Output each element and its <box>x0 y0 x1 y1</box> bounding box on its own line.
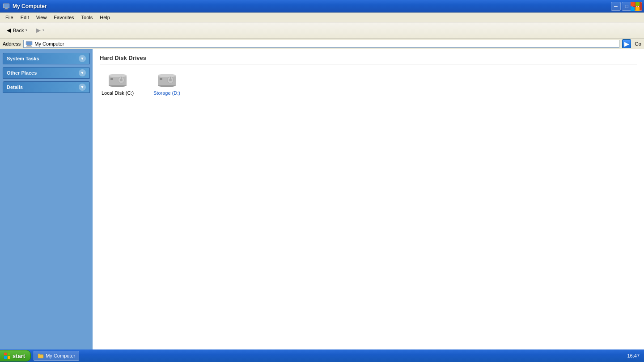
other-places-chevron[interactable]: ▼ <box>79 69 86 76</box>
back-label: Back <box>13 28 24 33</box>
svg-rect-16 <box>110 78 113 80</box>
svg-rect-34 <box>38 354 40 355</box>
minimize-button[interactable]: ─ <box>611 2 621 11</box>
svg-point-26 <box>169 79 172 81</box>
svg-rect-33 <box>38 354 43 358</box>
hard-disk-drives-title: Hard Disk Drives <box>100 55 637 64</box>
taskbar-mycomputer-label: My Computer <box>46 353 75 358</box>
addressbar: Address My Computer ▶ Go <box>0 38 644 49</box>
windows-start-icon <box>4 352 11 359</box>
details-header[interactable]: Details ▼ <box>3 81 90 93</box>
svg-rect-31 <box>8 356 10 359</box>
menu-view[interactable]: View <box>33 14 51 21</box>
go-button[interactable]: ▶ <box>622 39 631 48</box>
details-section: Details ▼ <box>3 81 90 93</box>
drive-d-icon <box>156 71 178 88</box>
titlebar: My Computer ─ □ ✕ <box>0 0 644 13</box>
svg-rect-1 <box>4 4 9 8</box>
svg-rect-9 <box>26 42 32 45</box>
main-area: System Tasks ▼ Other Places ▼ Details ▼ <box>0 49 644 349</box>
forward-button[interactable]: ▶ ▾ <box>33 25 47 35</box>
svg-rect-7 <box>636 7 640 11</box>
svg-rect-4 <box>631 2 635 6</box>
drive-d[interactable]: Storage (D:) <box>149 71 185 96</box>
drive-d-label: Storage (D:) <box>153 90 180 96</box>
other-places-section: Other Places ▼ <box>3 67 90 79</box>
address-value: My Computer <box>34 41 64 46</box>
menu-tools[interactable]: Tools <box>78 14 97 21</box>
system-tasks-header[interactable]: System Tasks ▼ <box>3 53 90 64</box>
taskbar-items: My Computer <box>34 351 623 361</box>
toolbar: ◀ Back ▾ ▶ ▾ <box>0 22 644 38</box>
svg-rect-5 <box>636 2 640 6</box>
svg-point-23 <box>158 74 176 77</box>
menu-favorites[interactable]: Favorites <box>50 14 77 21</box>
taskbar-clock: 16:47 <box>623 353 644 358</box>
menu-edit[interactable]: Edit <box>17 14 33 21</box>
forward-icon: ▶ <box>36 27 41 34</box>
back-icon: ◀ <box>7 27 11 34</box>
svg-rect-30 <box>4 356 7 359</box>
right-content: Hard Disk Drives <box>93 49 644 349</box>
system-tasks-chevron[interactable]: ▼ <box>79 55 86 62</box>
back-dropdown-arrow[interactable]: ▾ <box>25 28 27 32</box>
svg-rect-3 <box>4 9 8 9</box>
menu-help[interactable]: Help <box>96 14 114 21</box>
svg-point-15 <box>109 74 127 77</box>
drive-c-label: Local Disk (C:) <box>102 90 134 96</box>
left-panel: System Tasks ▼ Other Places ▼ Details ▼ <box>0 49 93 349</box>
titlebar-left: My Computer <box>3 3 47 10</box>
titlebar-title: My Computer <box>13 3 47 9</box>
back-button[interactable]: ◀ Back ▾ <box>3 25 31 35</box>
address-field[interactable]: My Computer <box>23 40 619 48</box>
drive-c[interactable]: Local Disk (C:) <box>100 71 136 96</box>
taskbar: start My Computer 16:47 <box>0 349 644 362</box>
svg-rect-10 <box>27 45 31 46</box>
menu-file[interactable]: File <box>2 14 17 21</box>
address-label: Address <box>3 41 21 46</box>
svg-rect-2 <box>5 8 8 9</box>
details-chevron[interactable]: ▼ <box>79 84 86 91</box>
drives-area: Local Disk (C:) Storage (D: <box>100 71 637 96</box>
system-tasks-section: System Tasks ▼ <box>3 53 90 64</box>
start-button[interactable]: start <box>0 350 31 362</box>
svg-rect-29 <box>8 353 10 355</box>
taskbar-mycomputer[interactable]: My Computer <box>34 351 79 361</box>
address-computer-icon <box>25 41 33 47</box>
taskbar-folder-icon <box>38 353 44 358</box>
details-label: Details <box>7 84 23 90</box>
drive-c-icon <box>107 71 128 88</box>
svg-rect-28 <box>4 353 7 355</box>
other-places-header[interactable]: Other Places ▼ <box>3 67 90 79</box>
go-label: Go <box>635 41 641 46</box>
system-tasks-label: System Tasks <box>7 56 39 61</box>
forward-dropdown-arrow[interactable]: ▾ <box>42 28 44 32</box>
other-places-label: Other Places <box>7 70 37 76</box>
svg-point-18 <box>120 79 123 81</box>
svg-rect-11 <box>26 46 32 46</box>
menubar: File Edit View Favorites Tools Help <box>0 13 644 22</box>
computer-icon <box>3 3 10 10</box>
start-label: start <box>13 353 25 359</box>
windows-logo <box>626 0 644 13</box>
svg-rect-24 <box>160 78 162 80</box>
svg-rect-6 <box>631 7 635 11</box>
